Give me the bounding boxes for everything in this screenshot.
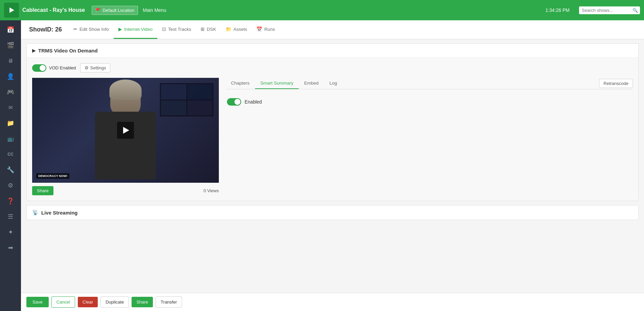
show-id: ShowID: 26	[29, 26, 62, 33]
star-icon: ✦	[8, 228, 13, 236]
edit-icon: ✏	[73, 26, 77, 32]
tab-nav: ✏ Edit Show Info ▶ Internet Video ⊡ Text…	[69, 20, 280, 39]
embed-label: Embed	[304, 81, 319, 86]
transfer-button[interactable]: Transfer	[156, 296, 182, 308]
live-streaming-section: 📡 Live Streaming	[26, 205, 639, 220]
live-streaming-header: 📡 Live Streaming	[27, 205, 638, 220]
live-streaming-icon: 📡	[32, 209, 39, 216]
tab-label-dsk: DSK	[207, 27, 216, 32]
sidebar-item-help[interactable]: ❓	[2, 194, 19, 208]
tab-chapters[interactable]: Chapters	[226, 78, 255, 89]
assets-icon: 📁	[226, 26, 231, 32]
tab-dsk[interactable]: ⊞ DSK	[196, 20, 221, 39]
vod-enabled-toggle[interactable]	[32, 64, 46, 72]
vod-play-icon: ▶	[32, 48, 36, 53]
views-count: 0 Views	[204, 188, 219, 193]
log-label: Log	[329, 81, 337, 86]
page-header: ShowID: 26 ✏ Edit Show Info ▶ Internet V…	[21, 20, 644, 39]
settings-button[interactable]: ⚙ Settings	[80, 63, 111, 72]
wrench-icon: 🔧	[7, 166, 14, 174]
play-icon: ▶	[118, 26, 122, 32]
tab-internet-video[interactable]: ▶ Internet Video	[114, 20, 157, 39]
duplicate-button[interactable]: Duplicate	[100, 296, 129, 308]
monitor-icon: 🖥	[8, 58, 13, 64]
sidebar-item-person[interactable]: 👤	[2, 69, 19, 84]
bottom-toolbar: Save Cancel Clear Duplicate Share Transf…	[21, 293, 644, 311]
content-spacer	[21, 224, 644, 293]
tab-smart-summary[interactable]: Smart Summary	[255, 78, 299, 89]
main-content: ShowID: 26 ✏ Edit Show Info ▶ Internet V…	[21, 20, 644, 311]
smart-summary-toggle[interactable]	[227, 98, 241, 106]
topbar: Cablecast - Ray's House 🚩 Default Locati…	[0, 0, 644, 20]
video-thumbnail[interactable]: DEMOCRACY NOW!	[32, 78, 219, 183]
location-button[interactable]: 🚩 Default Location	[92, 6, 138, 15]
sidebar-item-send[interactable]: ✉	[2, 100, 19, 115]
save-button[interactable]: Save	[26, 297, 49, 307]
live-streaming-title: Live Streaming	[41, 210, 78, 216]
tab-log[interactable]: Log	[324, 78, 343, 89]
settings-label: Settings	[90, 65, 106, 70]
cc-icon: CC	[7, 152, 13, 157]
tab-label-internet-video: Internet Video	[124, 27, 153, 32]
tab-runs[interactable]: 📅 Runs	[252, 20, 280, 39]
logout-icon: ➡	[8, 244, 13, 251]
sidebar-item-calendar[interactable]: 📅	[2, 22, 19, 37]
folder-icon: 📁	[7, 119, 14, 127]
main-menu-button[interactable]: Main Menu	[143, 7, 166, 13]
app-logo	[4, 3, 19, 18]
vod-section-body: VOD Enabled ⚙ Settings	[27, 58, 638, 201]
sidebar-item-star[interactable]: ✦	[2, 225, 19, 240]
sidebar: 📅 🎬 🖥 👤 🎮 ✉ 📁 📺 CC 🔧 ⚙ ❓ ☰ ✦ ➡	[0, 20, 21, 311]
sidebar-item-display[interactable]: 📺	[2, 131, 19, 146]
tab-label-runs: Runs	[264, 27, 275, 32]
sidebar-item-list[interactable]: ☰	[2, 209, 19, 224]
gear-icon: ⚙	[8, 182, 13, 189]
film-icon: 🎬	[7, 42, 14, 49]
play-button[interactable]	[117, 122, 134, 139]
sidebar-item-folder[interactable]: 📁	[2, 116, 19, 131]
sidebar-item-logout[interactable]: ➡	[2, 240, 19, 255]
list-icon: ☰	[8, 213, 13, 220]
sidebar-item-settings[interactable]: ⚙	[2, 178, 19, 193]
display-icon: 📺	[7, 136, 14, 142]
runs-icon: 📅	[256, 26, 262, 32]
svg-marker-0	[9, 7, 14, 13]
sidebar-item-gamepad[interactable]: 🎮	[2, 85, 19, 99]
retranscode-button[interactable]: Retranscode	[599, 79, 633, 88]
vod-toggle-wrapper: VOD Enabled	[32, 64, 76, 72]
clear-button[interactable]: Clear	[78, 297, 98, 307]
gamepad-icon: 🎮	[7, 88, 14, 96]
share-bottom-button[interactable]: Share	[132, 297, 153, 307]
inner-tabs: Chapters Smart Summary Embed Log	[226, 78, 633, 89]
dsk-icon: ⊞	[201, 26, 205, 32]
tab-label-assets: Assets	[233, 27, 247, 32]
question-icon: ❓	[7, 197, 14, 205]
calendar-icon: 📅	[7, 26, 14, 34]
share-button[interactable]: Share	[32, 186, 53, 195]
search-input[interactable]	[582, 8, 632, 13]
vod-title: TRMS Video On Demand	[38, 48, 98, 53]
cancel-button[interactable]: Cancel	[51, 296, 75, 308]
video-container: DEMOCRACY NOW! Share 0 Views	[32, 78, 219, 195]
location-icon: 🚩	[95, 8, 101, 13]
tab-label-text-tracks: Text Tracks	[168, 27, 191, 32]
sidebar-item-monitor[interactable]: 🖥	[2, 53, 19, 68]
tv-screens-bg	[160, 83, 214, 117]
location-label: Default Location	[102, 8, 134, 13]
right-panel: Chapters Smart Summary Embed Log	[226, 78, 633, 109]
vod-section-header: ▶ TRMS Video On Demand	[27, 44, 638, 58]
sidebar-item-wrench[interactable]: 🔧	[2, 162, 19, 177]
chapters-label: Chapters	[231, 81, 250, 86]
sidebar-item-shows[interactable]: 🎬	[2, 38, 19, 53]
tab-assets[interactable]: 📁 Assets	[221, 20, 252, 39]
search-icon: 🔍	[632, 8, 638, 13]
send-icon: ✉	[8, 105, 13, 111]
tab-embed[interactable]: Embed	[299, 78, 324, 89]
sidebar-item-cc[interactable]: CC	[2, 147, 19, 162]
vod-section: ▶ TRMS Video On Demand VOD Enabled ⚙ Set…	[26, 43, 639, 201]
smart-summary-label: Smart Summary	[260, 81, 294, 86]
smart-summary-body: Enabled	[226, 95, 633, 109]
tab-edit-show-info[interactable]: ✏ Edit Show Info	[69, 20, 114, 39]
text-tracks-icon: ⊡	[162, 26, 166, 32]
tab-text-tracks[interactable]: ⊡ Text Tracks	[157, 20, 196, 39]
